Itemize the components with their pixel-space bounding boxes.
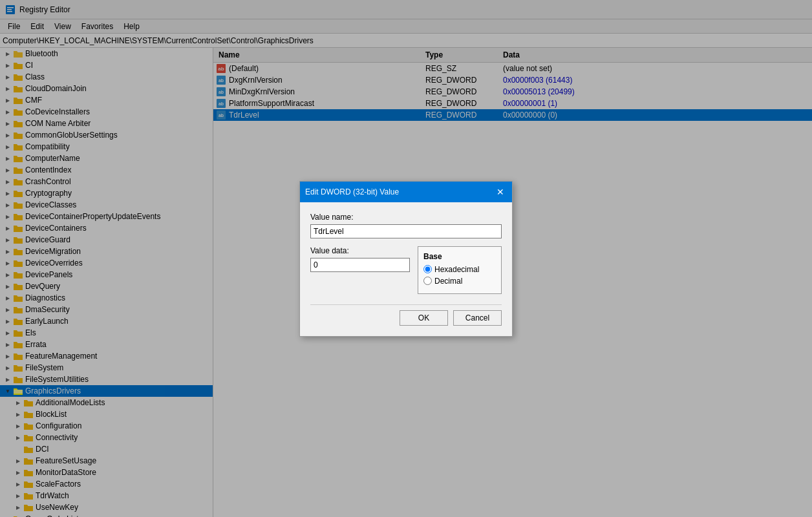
dialog-title: Edit DWORD (32-bit) Value	[305, 187, 399, 196]
base-group: Base Hexadecimal Decimal	[418, 246, 502, 294]
dialog-close-button[interactable]: ✕	[494, 185, 507, 198]
decimal-radio-label[interactable]: Decimal	[423, 277, 496, 286]
dialog-title-bar: Edit DWORD (32-bit) Value ✕	[300, 182, 512, 202]
ok-button[interactable]: OK	[400, 310, 448, 326]
value-name-label: Value name:	[310, 213, 502, 222]
base-label: Base	[423, 252, 496, 261]
dialog-data-field: Value data:	[310, 246, 410, 294]
decimal-label: Decimal	[434, 277, 462, 286]
dialog-data-row: Value data: Base Hexadecimal Decimal	[310, 246, 502, 294]
decimal-radio[interactable]	[423, 277, 432, 285]
cancel-button[interactable]: Cancel	[453, 310, 502, 326]
value-data-input[interactable]	[310, 258, 410, 272]
dialog-overlay: Edit DWORD (32-bit) Value ✕ Value name: …	[0, 0, 812, 517]
hexadecimal-radio[interactable]	[423, 265, 432, 273]
value-data-label: Value data:	[310, 246, 410, 255]
dialog-buttons: OK Cancel	[310, 304, 502, 326]
dialog-content: Value name: Value data: Base Hexadecimal	[300, 202, 512, 336]
hexadecimal-label: Hexadecimal	[434, 265, 479, 274]
hexadecimal-radio-label[interactable]: Hexadecimal	[423, 265, 496, 274]
edit-dword-dialog: Edit DWORD (32-bit) Value ✕ Value name: …	[299, 181, 513, 337]
value-name-input[interactable]	[310, 224, 502, 238]
